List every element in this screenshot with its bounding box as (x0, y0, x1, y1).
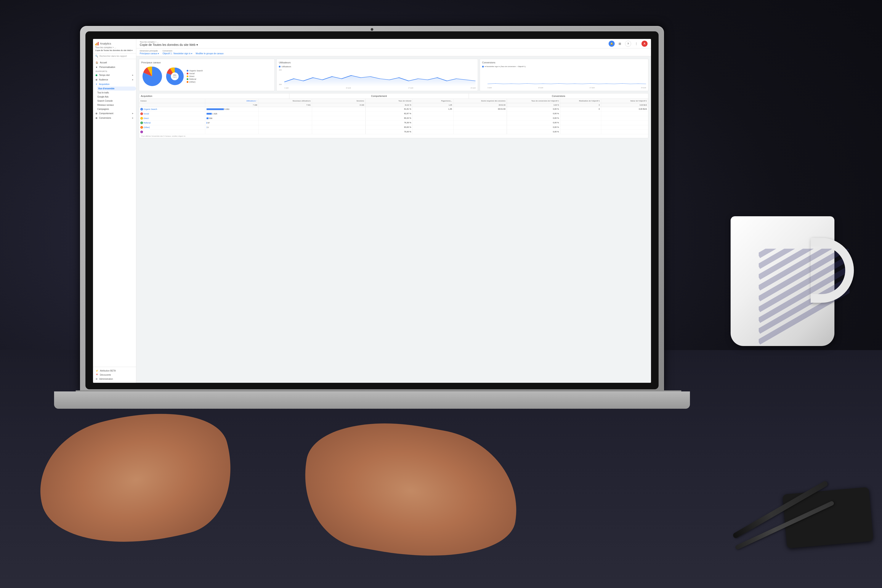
col-pages[interactable]: Pages/sess... (412, 99, 453, 103)
conversions-chart-area: 3 août 10 août 17 août 24 août (482, 69, 646, 88)
sidebar-sub-tout-trafic[interactable]: Tout le trafic (98, 91, 136, 95)
gear-icon: ⚙ (96, 378, 98, 380)
page-title[interactable]: Copie de Toutes les données du site Web … (140, 43, 198, 46)
dimension-select[interactable]: Principaux canaux ▾ (140, 52, 159, 55)
x-label-1: 1 août (284, 87, 288, 88)
topbar-actions: 🔔 ⊞ ? ⋮ A (609, 40, 648, 47)
col-completions[interactable]: Réalisation de l'objectif 1 (560, 99, 601, 103)
channel-cell-4[interactable]: 4 Referral (139, 121, 205, 125)
col-users[interactable]: Utilisateurs ↑ (205, 99, 259, 103)
pie-chart-card: Principaux canaux (139, 59, 274, 91)
other-dot (187, 81, 188, 83)
y-axis: 400 200 (279, 69, 282, 86)
table-section-headers: Acquisition Comportement ConversIons (139, 93, 648, 99)
laptop-base: MacBook Air (54, 392, 690, 409)
apps-grid-icon[interactable]: ⊞ (617, 40, 623, 47)
total-new-users: 7 041 (259, 103, 312, 107)
conversions-section-header: ConversIons (469, 93, 648, 99)
utilisateurs-chart-area: 400 200 (279, 69, 476, 88)
administration-label: Administration (99, 378, 113, 380)
col-conv-rate[interactable]: Taux de conversion de l'objectif 1 (507, 99, 560, 103)
col-value[interactable]: Valeur de l'objectif 1 (601, 99, 648, 103)
temps-reel-label: Temps réel (99, 74, 110, 76)
footer-administration[interactable]: ⚙ Administration (96, 377, 134, 381)
user-avatar[interactable]: A (642, 40, 648, 47)
duration-cell-1: 00:01:00 (453, 107, 507, 111)
col-channel[interactable]: Canaux (139, 99, 205, 103)
table-totals-row: 7 168 7 041 8 100 81,81 % 1,35 00:01:00 … (139, 103, 648, 107)
bounce-cell-4: 76,36 % (366, 121, 412, 125)
users-cell-6 (205, 130, 259, 134)
conversion-filter: Conversion Objectif 1 : Newsletter sign … (163, 50, 192, 55)
dimension-filter: Dimension principale Principaux canaux ▾ (140, 50, 159, 55)
channel-cell-3[interactable]: 3 Direct (139, 116, 205, 120)
channel-cell-1[interactable]: 1 Organic Search (139, 107, 205, 111)
sidebar-item-personnalisation[interactable]: ★ Personnalisation (93, 65, 136, 69)
utilisateurs-chart-card: Utilisateurs Utilisateurs 400 200 (276, 59, 478, 91)
users-bar-1 (207, 108, 224, 110)
conversions-legend-dot (482, 66, 484, 68)
sidebar-item-comportement[interactable]: Comportement ▶ (93, 111, 136, 116)
laptop-camera (371, 28, 373, 31)
more-icon[interactable]: ⋮ (633, 40, 639, 47)
table-data-rows: 1 Organic Search 5 053 (139, 107, 648, 134)
footer-attribution[interactable]: ⚡ Attribution BETA (96, 369, 134, 373)
table-row: 1 Organic Search 5 053 (139, 107, 648, 112)
conversion-select[interactable]: Objectif 1 : Newsletter sign in ▾ (163, 52, 192, 55)
conv-x-label-2: 10 août (538, 87, 543, 88)
sidebar-sub-reseaux-sociaux[interactable]: Réseaux sociaux (98, 103, 136, 107)
conv-x-label-3: 17 août (590, 87, 594, 88)
search-placeholder-text: Rechercher dans les rapport (99, 55, 127, 57)
sidebar-item-conversions[interactable]: Conversions ▶ (93, 116, 136, 120)
users-value-3: 556 (209, 117, 212, 119)
total-conv-rate: 0,00 % (507, 103, 560, 107)
sidebar-item-accueil[interactable]: 🏠 Accueil (93, 60, 136, 65)
users-value-4: 97 (208, 122, 210, 124)
users-value-1: 5 053 (225, 108, 230, 110)
sidebar-sub-search-console[interactable]: Search Console (98, 99, 136, 103)
ga-content-area: Principaux canaux (136, 56, 651, 383)
table-row: 2 Social 1 525 (139, 112, 648, 116)
total-users: 7 168 (205, 103, 259, 107)
bounce-cell-6: 75,00 % (366, 130, 412, 134)
audience-label: Audience (99, 78, 108, 81)
sidebar-search[interactable]: 🔍 Rechercher dans les rapport (93, 53, 136, 59)
rank-badge-4: 4 (140, 122, 143, 124)
col-bounce[interactable]: Taux de rebond (366, 99, 412, 103)
notifications-icon[interactable]: 🔔 (609, 40, 615, 47)
conv-rate-cell-1: 0,00 % (507, 107, 560, 111)
channel-cell-6[interactable]: 6 (139, 130, 205, 134)
sidebar-item-audience[interactable]: Audience ▶ (93, 77, 136, 82)
sidebar-sub-campagnes[interactable]: Campagnes (98, 107, 136, 111)
sidebar-sub-vue-ensemble[interactable]: Vue d'ensemble (98, 87, 136, 91)
footer-decouverte[interactable]: 📍 Découverte (96, 373, 134, 377)
sidebar-item-temps-reel[interactable]: Temps réel ▶ (93, 73, 136, 77)
table-footer-note[interactable]: Pour afficher l'ensemble des 5 Canaux, v… (139, 134, 648, 138)
sidebar-header: Analytics Tous les comptes > ... Copie d… (93, 39, 136, 53)
total-bounce: 81,81 % (366, 103, 412, 107)
modify-channel-groups-link[interactable]: Modifier le groupe de canaux (196, 52, 224, 55)
x-axis-labels: 1 août 10 août 17 août 24 août (284, 87, 476, 88)
comportement-label: Comportement (99, 112, 113, 115)
bounce-cell-5: 83,65 % (366, 125, 412, 129)
col-new-users[interactable]: Nouveaux utilisateurs (259, 99, 312, 103)
sidebar-item-acquisition[interactable]: ▼ Acquisition (93, 82, 136, 87)
conv-rate-cell-4: 0,00 % (507, 121, 560, 125)
comportement-dot (96, 112, 98, 114)
x-label-4: 24 août (471, 87, 476, 88)
pie-chart-svg (141, 66, 163, 87)
pin-icon: 📍 (96, 374, 98, 376)
users-bar-2 (207, 113, 212, 115)
channel-cell-2[interactable]: 2 Social (139, 112, 205, 116)
col-duration[interactable]: Durée moyenne des sessions (453, 99, 507, 103)
help-icon[interactable]: ? (625, 40, 631, 47)
pie-legend: Organic Search Social (187, 70, 203, 83)
bounce-cell-3: 80,32 % (366, 116, 412, 120)
dimension-label: Dimension principale (140, 50, 159, 52)
other-label: (Other) (189, 81, 195, 83)
channel-cell-5[interactable]: 5 (Other) (139, 125, 205, 129)
col-sessions[interactable]: Sessions (312, 99, 366, 103)
conversions-x-labels: 3 août 10 août 17 août 24 août (488, 87, 646, 88)
sidebar-sub-google-ads[interactable]: Google Ads (98, 95, 136, 99)
direct-label: Direct (189, 75, 195, 77)
